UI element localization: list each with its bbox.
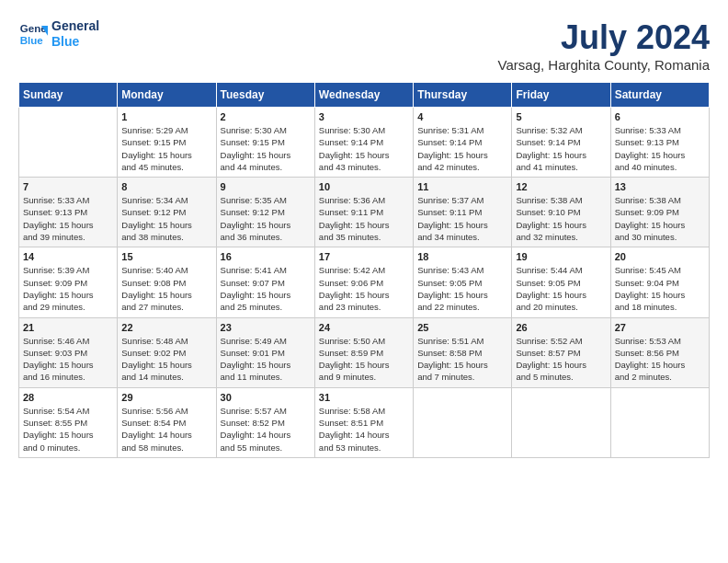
calendar-week-row: 28Sunrise: 5:54 AM Sunset: 8:55 PM Dayli… xyxy=(19,387,710,457)
day-number: 17 xyxy=(319,251,409,262)
calendar-cell: 8Sunrise: 5:34 AM Sunset: 9:12 PM Daylig… xyxy=(118,178,216,247)
day-info: Sunrise: 5:32 AM Sunset: 9:14 PM Dayligh… xyxy=(516,124,606,173)
calendar-cell xyxy=(610,387,709,457)
calendar-cell: 12Sunrise: 5:38 AM Sunset: 9:10 PM Dayli… xyxy=(512,178,610,247)
calendar-cell: 2Sunrise: 5:30 AM Sunset: 9:15 PM Daylig… xyxy=(216,108,314,178)
day-number: 21 xyxy=(23,322,113,333)
day-number: 9 xyxy=(221,181,311,192)
weekday-header-cell: Tuesday xyxy=(216,83,314,108)
day-info: Sunrise: 5:36 AM Sunset: 9:11 PM Dayligh… xyxy=(319,194,409,243)
weekday-header-row: SundayMondayTuesdayWednesdayThursdayFrid… xyxy=(19,83,710,108)
day-number: 11 xyxy=(417,181,507,192)
calendar-cell: 4Sunrise: 5:31 AM Sunset: 9:14 PM Daylig… xyxy=(414,108,512,178)
calendar-cell: 29Sunrise: 5:56 AM Sunset: 8:54 PM Dayli… xyxy=(118,387,216,457)
weekday-header-cell: Wednesday xyxy=(314,83,413,108)
day-number: 29 xyxy=(121,392,211,403)
calendar-cell: 6Sunrise: 5:33 AM Sunset: 9:13 PM Daylig… xyxy=(610,108,709,178)
calendar-cell: 24Sunrise: 5:50 AM Sunset: 8:59 PM Dayli… xyxy=(314,317,413,387)
day-number: 15 xyxy=(121,251,211,262)
day-number: 6 xyxy=(615,111,705,122)
calendar-cell: 27Sunrise: 5:53 AM Sunset: 8:56 PM Dayli… xyxy=(610,317,709,387)
day-info: Sunrise: 5:49 AM Sunset: 9:01 PM Dayligh… xyxy=(221,335,311,384)
day-number: 30 xyxy=(221,392,311,403)
calendar-cell: 9Sunrise: 5:35 AM Sunset: 9:12 PM Daylig… xyxy=(216,178,314,247)
day-number: 8 xyxy=(121,181,211,192)
calendar-cell xyxy=(19,108,118,178)
day-info: Sunrise: 5:53 AM Sunset: 8:56 PM Dayligh… xyxy=(615,335,705,384)
day-info: Sunrise: 5:38 AM Sunset: 9:09 PM Dayligh… xyxy=(615,194,705,243)
calendar-cell: 30Sunrise: 5:57 AM Sunset: 8:52 PM Dayli… xyxy=(216,387,314,457)
logo-icon: General Blue xyxy=(18,19,48,49)
day-info: Sunrise: 5:52 AM Sunset: 8:57 PM Dayligh… xyxy=(516,335,606,384)
calendar-cell: 16Sunrise: 5:41 AM Sunset: 9:07 PM Dayli… xyxy=(216,247,314,317)
day-info: Sunrise: 5:44 AM Sunset: 9:05 PM Dayligh… xyxy=(516,264,606,313)
calendar-cell: 11Sunrise: 5:37 AM Sunset: 9:11 PM Dayli… xyxy=(414,178,512,247)
logo: General Blue General Blue xyxy=(18,18,99,50)
calendar-cell: 3Sunrise: 5:30 AM Sunset: 9:14 PM Daylig… xyxy=(314,108,413,178)
day-info: Sunrise: 5:35 AM Sunset: 9:12 PM Dayligh… xyxy=(221,194,311,243)
day-info: Sunrise: 5:30 AM Sunset: 9:14 PM Dayligh… xyxy=(319,124,409,173)
day-number: 13 xyxy=(615,181,705,192)
day-info: Sunrise: 5:34 AM Sunset: 9:12 PM Dayligh… xyxy=(121,194,211,243)
day-number: 31 xyxy=(319,392,409,403)
calendar-cell: 28Sunrise: 5:54 AM Sunset: 8:55 PM Dayli… xyxy=(19,387,118,457)
day-number: 20 xyxy=(615,251,705,262)
day-info: Sunrise: 5:30 AM Sunset: 9:15 PM Dayligh… xyxy=(221,124,311,173)
calendar-cell: 19Sunrise: 5:44 AM Sunset: 9:05 PM Dayli… xyxy=(512,247,610,317)
day-info: Sunrise: 5:43 AM Sunset: 9:05 PM Dayligh… xyxy=(417,264,507,313)
logo-text-line2: Blue xyxy=(51,34,99,50)
calendar-cell: 18Sunrise: 5:43 AM Sunset: 9:05 PM Dayli… xyxy=(414,247,512,317)
day-info: Sunrise: 5:40 AM Sunset: 9:08 PM Dayligh… xyxy=(121,264,211,313)
day-number: 14 xyxy=(23,251,113,262)
day-info: Sunrise: 5:29 AM Sunset: 9:15 PM Dayligh… xyxy=(121,124,211,173)
day-info: Sunrise: 5:56 AM Sunset: 8:54 PM Dayligh… xyxy=(121,405,211,454)
day-info: Sunrise: 5:31 AM Sunset: 9:14 PM Dayligh… xyxy=(417,124,507,173)
calendar-table: SundayMondayTuesdayWednesdayThursdayFrid… xyxy=(18,82,710,458)
header: General Blue General Blue July 2024 Vars… xyxy=(18,18,710,73)
day-info: Sunrise: 5:51 AM Sunset: 8:58 PM Dayligh… xyxy=(417,335,507,384)
calendar-cell: 21Sunrise: 5:46 AM Sunset: 9:03 PM Dayli… xyxy=(19,317,118,387)
calendar-body: 1Sunrise: 5:29 AM Sunset: 9:15 PM Daylig… xyxy=(19,108,710,458)
day-number: 26 xyxy=(516,322,606,333)
calendar-cell: 17Sunrise: 5:42 AM Sunset: 9:06 PM Dayli… xyxy=(314,247,413,317)
calendar-cell: 15Sunrise: 5:40 AM Sunset: 9:08 PM Dayli… xyxy=(118,247,216,317)
calendar-cell: 5Sunrise: 5:32 AM Sunset: 9:14 PM Daylig… xyxy=(512,108,610,178)
calendar-cell: 31Sunrise: 5:58 AM Sunset: 8:51 PM Dayli… xyxy=(314,387,413,457)
day-number: 5 xyxy=(516,111,606,122)
calendar-cell: 10Sunrise: 5:36 AM Sunset: 9:11 PM Dayli… xyxy=(314,178,413,247)
day-info: Sunrise: 5:58 AM Sunset: 8:51 PM Dayligh… xyxy=(319,405,409,454)
weekday-header-cell: Sunday xyxy=(19,83,118,108)
day-info: Sunrise: 5:39 AM Sunset: 9:09 PM Dayligh… xyxy=(23,264,113,313)
day-info: Sunrise: 5:41 AM Sunset: 9:07 PM Dayligh… xyxy=(221,264,311,313)
day-number: 19 xyxy=(516,251,606,262)
calendar-cell: 25Sunrise: 5:51 AM Sunset: 8:58 PM Dayli… xyxy=(414,317,512,387)
day-number: 3 xyxy=(319,111,409,122)
day-number: 28 xyxy=(23,392,113,403)
day-number: 4 xyxy=(417,111,507,122)
calendar-header: SundayMondayTuesdayWednesdayThursdayFrid… xyxy=(19,83,710,108)
day-info: Sunrise: 5:33 AM Sunset: 9:13 PM Dayligh… xyxy=(23,194,113,243)
month-year-title: July 2024 xyxy=(498,18,710,57)
calendar-cell: 20Sunrise: 5:45 AM Sunset: 9:04 PM Dayli… xyxy=(610,247,709,317)
day-info: Sunrise: 5:38 AM Sunset: 9:10 PM Dayligh… xyxy=(516,194,606,243)
day-info: Sunrise: 5:37 AM Sunset: 9:11 PM Dayligh… xyxy=(417,194,507,243)
calendar-cell: 23Sunrise: 5:49 AM Sunset: 9:01 PM Dayli… xyxy=(216,317,314,387)
location-subtitle: Varsag, Harghita County, Romania xyxy=(498,57,710,73)
logo-text-line1: General xyxy=(51,18,99,34)
day-info: Sunrise: 5:48 AM Sunset: 9:02 PM Dayligh… xyxy=(121,335,211,384)
day-number: 24 xyxy=(319,322,409,333)
title-area: July 2024 Varsag, Harghita County, Roman… xyxy=(498,18,710,73)
calendar-week-row: 1Sunrise: 5:29 AM Sunset: 9:15 PM Daylig… xyxy=(19,108,710,178)
day-info: Sunrise: 5:50 AM Sunset: 8:59 PM Dayligh… xyxy=(319,335,409,384)
calendar-week-row: 14Sunrise: 5:39 AM Sunset: 9:09 PM Dayli… xyxy=(19,247,710,317)
day-number: 7 xyxy=(23,181,113,192)
day-info: Sunrise: 5:45 AM Sunset: 9:04 PM Dayligh… xyxy=(615,264,705,313)
day-info: Sunrise: 5:46 AM Sunset: 9:03 PM Dayligh… xyxy=(23,335,113,384)
calendar-cell: 1Sunrise: 5:29 AM Sunset: 9:15 PM Daylig… xyxy=(118,108,216,178)
day-info: Sunrise: 5:42 AM Sunset: 9:06 PM Dayligh… xyxy=(319,264,409,313)
weekday-header-cell: Saturday xyxy=(610,83,709,108)
day-number: 18 xyxy=(417,251,507,262)
day-info: Sunrise: 5:54 AM Sunset: 8:55 PM Dayligh… xyxy=(23,405,113,454)
day-number: 12 xyxy=(516,181,606,192)
weekday-header-cell: Friday xyxy=(512,83,610,108)
